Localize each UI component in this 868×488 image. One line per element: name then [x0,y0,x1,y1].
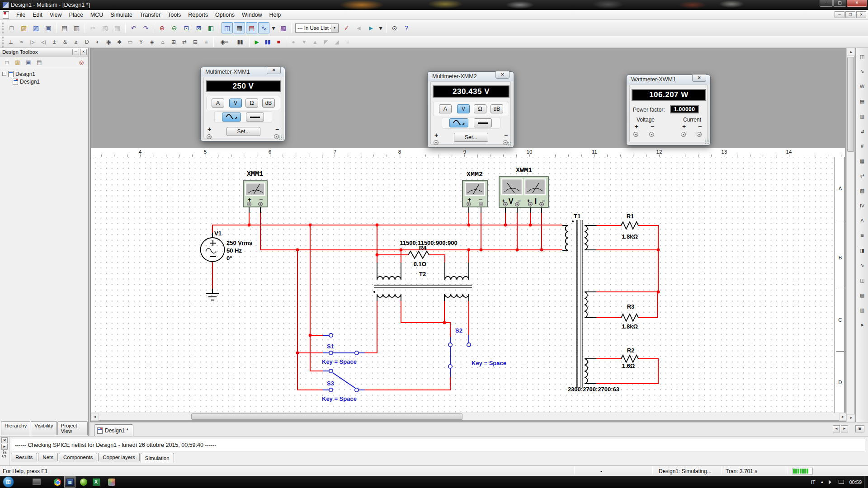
breadboard-button[interactable]: ▩ [278,22,289,33]
menu-edit[interactable]: Edit [29,10,46,19]
place-source-button[interactable]: ⊥ [6,37,16,47]
in-use-list-dropdown[interactable]: --- In Use List --- ▾ [295,23,339,33]
toolbox-close-button[interactable]: ▤ [34,57,44,67]
mdi-close-button[interactable]: ✕ [856,11,866,18]
instr-logic-converter[interactable]: ⇄ [857,169,868,183]
design-toolbox-toggle[interactable]: ◫ [222,22,233,33]
new-button[interactable]: □ [6,22,17,33]
place-power-button[interactable]: ✱ [114,37,124,47]
instr-agilent-scope[interactable]: ▤ [857,288,868,302]
zoom-fit-button[interactable]: ⊠ [193,22,204,33]
show-desktop-button[interactable] [864,476,868,488]
menu-view[interactable]: View [46,10,66,19]
panel-pin-button[interactable]: ─ [72,49,79,55]
copy-button[interactable]: ▧ [99,22,111,33]
grapher-toggle[interactable]: ∿ [258,22,269,33]
taskbar-item-browser[interactable] [78,476,89,488]
tab-copper-layers[interactable]: Copper layers [98,453,140,461]
wattmeter-xwm1-dialog[interactable]: Wattmeter-XWM1 ✕ 106.207 W Power factor:… [626,75,711,145]
toolbox-view-button[interactable]: ◎ [76,57,86,67]
instr-wattmeter[interactable]: W [857,79,868,93]
xmm1-instrument-icon[interactable]: + − [243,181,267,207]
fullscreen-button[interactable]: ◧ [205,22,217,33]
tray-clock[interactable]: 00:59 [849,479,862,485]
scroll-left-icon[interactable]: ◄ [91,413,99,421]
place-basic-button[interactable]: ≈ [17,37,27,47]
undo-button[interactable]: ↶ [128,22,139,33]
menu-simulate[interactable]: Simulate [107,10,136,19]
instr-logic-analyzer[interactable]: ▨ [857,183,868,197]
step-into-button[interactable]: ▼ [299,37,309,47]
vscroll-thumb[interactable] [847,57,854,152]
print-preview-button[interactable]: ▥ [71,22,82,33]
xmm2-instrument-icon[interactable]: + − [462,180,487,207]
instr-function-generator[interactable]: ∿ [857,64,868,78]
ammeter-button[interactable]: A [439,104,452,113]
tree-root-design1[interactable]: − Design1 [1,70,87,78]
spreadsheet-expand-icon[interactable]: ► [1,444,8,450]
tab-hierarchy[interactable]: Hierarchy [1,421,30,435]
forward-annotate-button[interactable]: ► [365,22,377,33]
full-view-icon[interactable]: ▣ [855,425,864,432]
dc-mode-button[interactable] [246,113,264,122]
instr-distortion-analyzer[interactable]: Δ [857,213,868,227]
tree-child-design1[interactable]: Design1 [1,78,87,85]
instr-bode-plotter[interactable]: ⊿ [857,124,868,138]
multimeter-xmm1-dialog[interactable]: Multimeter-XMM1 ✕ 250 V A V Ω dB + − Set… [200,67,285,141]
zoom-out-button[interactable]: ⊖ [169,22,180,33]
toolbox-new-button[interactable]: □ [2,57,12,67]
place-misc-button[interactable]: ▭ [125,37,135,47]
menu-tools[interactable]: Tools [164,10,184,19]
open-samples-button[interactable]: ▨ [30,22,42,33]
menu-place[interactable]: Place [66,10,87,19]
ohmmeter-button[interactable]: Ω [474,104,486,113]
set-button[interactable]: Set... [226,127,260,136]
maximize-button[interactable]: ▢ [833,0,846,7]
spreadsheet-view-toggle[interactable]: ▦ [234,22,245,33]
instr-frequency-counter[interactable]: # [857,139,868,153]
zoom-in-button[interactable]: ⊕ [156,22,168,33]
place-cmos-button[interactable]: ≥ [71,37,81,47]
xwm1-instrument-icon[interactable]: + V − + I − [499,177,548,207]
step-out-button[interactable]: ◤ [321,37,331,47]
dialog-close-icon[interactable]: ✕ [495,71,509,79]
network-icon[interactable] [839,480,844,484]
paste-button[interactable]: ▦ [112,22,123,33]
place-mixed-button[interactable]: ◐ [93,37,103,47]
panel-close-button[interactable]: ✕ [80,49,87,55]
place-diode-button[interactable]: ▷ [28,37,38,47]
instr-agilent-multimeter[interactable]: ◫ [857,273,868,287]
set-button[interactable]: Set... [454,133,488,142]
minus-terminal[interactable] [503,140,508,145]
menu-reports[interactable]: Reports [184,10,212,19]
tab-simulation[interactable]: Simulation [141,453,174,463]
open-button[interactable]: ▨ [18,22,29,33]
place-misc-digital-button[interactable]: D [82,37,92,47]
place-hierarchical-button[interactable]: ⊟ [190,37,200,47]
ac-mode-button[interactable] [449,118,468,127]
dialog-close-icon[interactable]: ✕ [267,67,281,74]
mdi-restore-button[interactable]: ❐ [845,11,855,18]
current-minus-terminal[interactable] [697,132,702,137]
close-button[interactable]: ✕ [847,0,867,7]
instr-iv-analyzer[interactable]: IV [857,198,868,212]
minimize-button[interactable]: ─ [820,0,833,7]
help-button[interactable]: ? [401,22,412,33]
resize-grip[interactable] [508,141,512,146]
breakpoint-list-button[interactable]: ≡ [343,37,353,47]
spreadsheet-close-icon[interactable]: ✕ [1,437,8,443]
plus-terminal[interactable] [434,140,439,145]
menu-window[interactable]: Window [238,10,265,19]
menu-help[interactable]: Help [266,10,285,19]
multimeter-xmm2-dialog[interactable]: Multimeter-XMM2 ✕ 230.435 V A V Ω dB + −… [427,71,514,148]
place-rf-button[interactable]: Y [136,37,146,47]
run-simulation-switch[interactable]: ◉━ [216,37,232,47]
toolbox-open-button[interactable]: ▨ [13,57,23,67]
run-to-cursor-button[interactable]: ◢ [332,37,342,47]
voltage-plus-terminal[interactable] [633,132,638,137]
taskbar-item-excel[interactable]: X [90,476,102,488]
canvas-horizontal-scrollbar[interactable]: ◄ ► [91,413,846,420]
instr-word-generator[interactable]: ▦ [857,154,868,168]
place-ttl-button[interactable]: & [60,37,70,47]
mdi-minimize-button[interactable]: ─ [835,11,844,18]
